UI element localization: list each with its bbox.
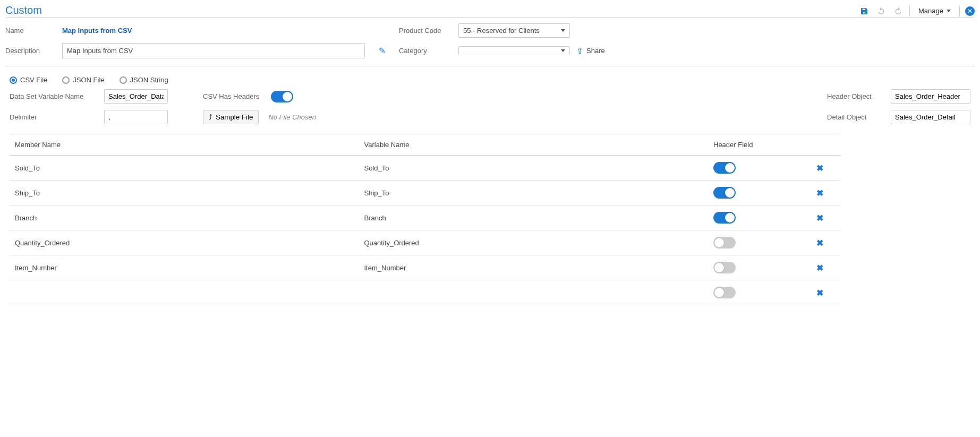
share-label: Share: [586, 47, 605, 55]
save-icon[interactable]: [858, 5, 870, 17]
product-code-value: 55 - Reserved for Clients: [463, 27, 540, 35]
header-field-toggle[interactable]: [713, 287, 736, 298]
delete-row-icon[interactable]: ✖: [804, 188, 836, 198]
delete-row-icon[interactable]: ✖: [804, 288, 836, 298]
col-member-name: Member Name: [15, 141, 364, 149]
chevron-down-icon: [561, 49, 565, 52]
svg-point-0: [864, 12, 866, 14]
manage-menu[interactable]: Manage: [915, 5, 954, 16]
dataset-var-label: Data Set Variable Name: [10, 92, 95, 100]
delimiter-label: Delimiter: [10, 113, 95, 121]
table-row: Ship_ToShip_To✖: [10, 181, 841, 205]
edit-description-icon[interactable]: ✎: [371, 46, 393, 56]
cell-variable-name[interactable]: Quantity_Ordered: [364, 239, 714, 247]
dataset-var-input[interactable]: [104, 89, 168, 104]
radio-json-file-label: JSON File: [73, 76, 104, 84]
section-divider: [5, 66, 975, 66]
header-field-toggle[interactable]: [713, 187, 736, 199]
col-header-field: Header Field: [713, 141, 804, 149]
cell-member-name[interactable]: Ship_To: [15, 189, 364, 197]
name-label: Name: [5, 27, 56, 35]
radio-csv-file[interactable]: CSV File: [10, 76, 47, 84]
description-label: Description: [5, 47, 56, 55]
category-label: Category: [399, 47, 452, 55]
undo-icon: [875, 5, 887, 17]
radio-dot-icon: [62, 76, 70, 84]
delimiter-input[interactable]: [104, 110, 168, 124]
detail-object-label: Detail Object: [827, 113, 885, 121]
description-input[interactable]: [62, 43, 365, 58]
header-object-label: Header Object: [827, 92, 885, 100]
cell-variable-name[interactable]: Branch: [364, 214, 714, 222]
cell-member-name[interactable]: Item_Number: [15, 264, 364, 272]
header-field-toggle[interactable]: [713, 162, 736, 174]
table-row: Item_NumberItem_Number✖: [10, 255, 841, 280]
radio-csv-file-label: CSV File: [20, 76, 47, 84]
upload-icon: ⤴: [209, 113, 212, 121]
header-field-toggle[interactable]: [713, 212, 736, 224]
sample-file-label: Sample File: [216, 113, 253, 121]
category-select[interactable]: [458, 46, 570, 55]
close-icon[interactable]: ✕: [965, 6, 975, 16]
chevron-down-icon: [947, 10, 951, 12]
redo-icon: [892, 5, 904, 17]
header-field-toggle[interactable]: [713, 237, 736, 249]
cell-member-name[interactable]: Sold_To: [15, 164, 364, 172]
col-variable-name: Variable Name: [364, 141, 714, 149]
sample-file-button[interactable]: ⤴ Sample File: [203, 110, 259, 124]
share-icon: ⇪: [576, 46, 583, 56]
toolbar-divider: [909, 6, 910, 16]
cell-member-name[interactable]: Branch: [15, 214, 364, 222]
cell-member-name[interactable]: Quantity_Ordered: [15, 239, 364, 247]
cell-variable-name[interactable]: Item_Number: [364, 264, 714, 272]
radio-dot-icon: [120, 76, 127, 84]
table-row: BranchBranch✖: [10, 205, 841, 230]
cell-variable-name[interactable]: Ship_To: [364, 189, 714, 197]
toolbar-divider: [959, 6, 960, 16]
page-title: Custom: [5, 4, 42, 18]
product-code-select[interactable]: 55 - Reserved for Clients: [458, 23, 570, 38]
delete-row-icon[interactable]: ✖: [804, 163, 836, 173]
csv-headers-label: CSV Has Headers: [203, 92, 261, 100]
table-row: Quantity_OrderedQuantity_Ordered✖: [10, 230, 841, 255]
delete-row-icon[interactable]: ✖: [804, 263, 836, 273]
product-code-label: Product Code: [399, 27, 452, 35]
csv-headers-toggle[interactable]: [271, 91, 293, 102]
no-file-chosen: No File Chosen: [268, 113, 316, 121]
cell-variable-name[interactable]: Sold_To: [364, 164, 714, 172]
header-field-toggle[interactable]: [713, 262, 736, 273]
header-object-input[interactable]: [891, 89, 970, 104]
radio-json-string[interactable]: JSON String: [120, 76, 168, 84]
radio-json-file[interactable]: JSON File: [62, 76, 104, 84]
radio-json-string-label: JSON String: [130, 76, 168, 84]
chevron-down-icon: [561, 29, 565, 32]
delete-row-icon[interactable]: ✖: [804, 238, 836, 248]
mapping-table: Member Name Variable Name Header Field S…: [10, 134, 841, 305]
name-value: Map Inputs from CSV: [62, 27, 365, 35]
delete-row-icon[interactable]: ✖: [804, 213, 836, 223]
manage-label: Manage: [918, 7, 943, 15]
table-row: Sold_ToSold_To✖: [10, 156, 841, 181]
radio-dot-icon: [10, 76, 17, 84]
table-row: ✖: [10, 280, 841, 305]
share-button[interactable]: ⇪ Share: [576, 46, 640, 56]
detail-object-input[interactable]: [891, 110, 970, 124]
